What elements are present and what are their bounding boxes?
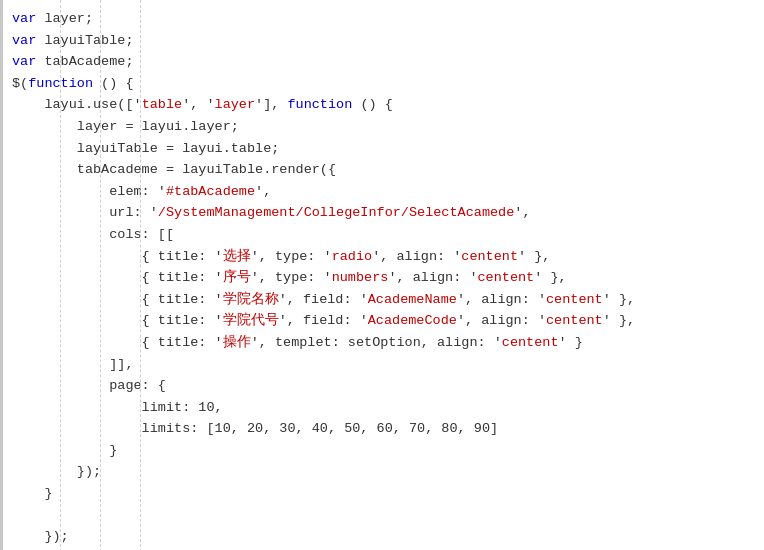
code-token-plain: limit: 10, [12, 397, 223, 419]
code-token-kw: function [287, 94, 352, 116]
code-line: { title: '选择', type: 'radio', align: 'ce… [0, 246, 764, 268]
code-token-plain: { title: ' [12, 246, 223, 268]
code-line: ]], [0, 354, 764, 376]
code-token-string: centent [502, 332, 559, 354]
code-token-string: radio [332, 246, 373, 268]
code-line: var layuiTable; [0, 30, 764, 52]
code-token-plain: ', type: ' [251, 267, 332, 289]
code-line: url: '/SystemManagement/CollegeInfor/Sel… [0, 202, 764, 224]
code-token-plain: layuiTable; [36, 30, 133, 52]
code-token-plain: tabAcademe; [36, 51, 133, 73]
code-token-plain: layer = layui.layer; [12, 116, 239, 138]
code-token-plain: ' }, [534, 267, 566, 289]
code-token-plain: layer; [36, 8, 93, 30]
code-line: }); [0, 461, 764, 483]
code-token-plain: ', align: ' [372, 246, 461, 268]
code-token-string: 操作 [223, 332, 251, 354]
code-line: }); [0, 526, 764, 548]
code-line: var tabAcademe; [0, 51, 764, 73]
code-token-plain: ', templet: setOption, align: ' [251, 332, 502, 354]
code-line: tabAcademe = layuiTable.render({ [0, 159, 764, 181]
code-token-plain: ', align: ' [388, 267, 477, 289]
code-token-kw: function [28, 73, 93, 95]
code-line: cols: [[ [0, 224, 764, 246]
code-line: page: { [0, 375, 764, 397]
code-line: var layer; [0, 8, 764, 30]
code-token-string: 选择 [223, 246, 251, 268]
code-token-string: 序号 [223, 267, 251, 289]
code-token-plain: elem: ' [12, 181, 166, 203]
code-token-plain: page: { [12, 375, 166, 397]
code-token-plain: url: ' [12, 202, 158, 224]
code-token-plain: layui.use([' [12, 94, 142, 116]
code-token-plain: } [12, 440, 117, 462]
code-block: var layer;var layuiTable;var tabAcademe;… [0, 8, 764, 550]
code-token-plain: $( [12, 73, 28, 95]
code-line: { title: '学院代号', field: 'AcademeCode', a… [0, 310, 764, 332]
code-line: elem: '#tabAcademe', [0, 181, 764, 203]
code-token-plain: ', field: ' [279, 310, 368, 332]
code-token-plain: ', ' [182, 94, 214, 116]
code-token-plain: ' }, [603, 289, 635, 311]
code-token-plain: } [12, 483, 53, 505]
code-token-plain: limits: [10, 20, 30, 40, 50, 60, 70, 80,… [12, 418, 498, 440]
code-token-string: /SystemManagement/CollegeInfor/SelectAca… [158, 202, 514, 224]
code-token-plain: ' }, [603, 310, 635, 332]
code-token-plain: ', align: ' [457, 289, 546, 311]
code-token-plain: ', [255, 181, 271, 203]
code-token-plain: ', field: ' [279, 289, 368, 311]
code-line [0, 505, 764, 526]
code-token-plain: { title: ' [12, 332, 223, 354]
code-line: } [0, 440, 764, 462]
code-token-plain: }); [12, 526, 69, 548]
code-token-plain: ' }, [518, 246, 550, 268]
code-token-plain: { title: ' [12, 267, 223, 289]
code-token-plain: }); [12, 461, 101, 483]
code-token-plain: '], [255, 94, 287, 116]
code-line: { title: '学院名称', field: 'AcademeName', a… [0, 289, 764, 311]
code-token-string: AcademeCode [368, 310, 457, 332]
code-token-plain: ]], [12, 354, 134, 376]
code-token-string: centent [546, 289, 603, 311]
code-token-plain: { title: ' [12, 289, 223, 311]
code-line: layer = layui.layer; [0, 116, 764, 138]
code-token-string: #tabAcademe [166, 181, 255, 203]
code-line: { title: '操作', templet: setOption, align… [0, 332, 764, 354]
code-token-plain: () { [93, 73, 134, 95]
code-token-plain: { title: ' [12, 310, 223, 332]
code-line: limit: 10, [0, 397, 764, 419]
code-line: layui.use(['table', 'layer'], function (… [0, 94, 764, 116]
code-token-kw: var [12, 30, 36, 52]
left-border [0, 0, 3, 550]
code-line: $(function () { [0, 73, 764, 95]
code-token-string: AcademeName [368, 289, 457, 311]
code-token-plain: layuiTable = layui.table; [12, 138, 279, 160]
code-editor: var layer;var layuiTable;var tabAcademe;… [0, 0, 764, 550]
code-token-plain: ', align: ' [457, 310, 546, 332]
code-token-plain: () { [352, 94, 393, 116]
code-token-plain: tabAcademe = layuiTable.render({ [12, 159, 336, 181]
code-token-string: 学院名称 [223, 289, 279, 311]
code-token-plain: cols: [[ [12, 224, 174, 246]
code-token-string: layer [215, 94, 256, 116]
code-line: } [0, 483, 764, 505]
code-token-plain: ', [514, 202, 530, 224]
code-token-kw: var [12, 8, 36, 30]
code-token-string: numbers [332, 267, 389, 289]
code-token-string: 学院代号 [223, 310, 279, 332]
code-line: limits: [10, 20, 30, 40, 50, 60, 70, 80,… [0, 418, 764, 440]
code-token-plain: ', type: ' [251, 246, 332, 268]
code-token-plain: ' } [559, 332, 583, 354]
code-line: layuiTable = layui.table; [0, 138, 764, 160]
code-token-string: centent [461, 246, 518, 268]
code-token-kw: var [12, 51, 36, 73]
code-line: { title: '序号', type: 'numbers', align: '… [0, 267, 764, 289]
code-token-string: table [142, 94, 183, 116]
code-token-string: centent [478, 267, 535, 289]
code-token-string: centent [546, 310, 603, 332]
